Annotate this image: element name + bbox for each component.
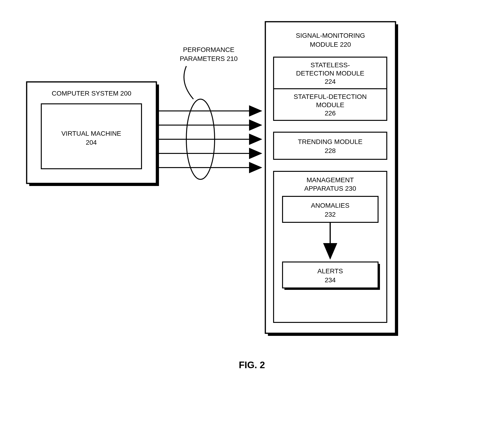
computer-system-title: COMPUTER SYSTEM 200 bbox=[52, 90, 131, 97]
anomalies-box: ANOMALIES 232 bbox=[282, 196, 378, 222]
svg-rect-21 bbox=[274, 132, 387, 159]
management-title-line1: MANAGEMENT bbox=[306, 176, 354, 184]
svg-text:232: 232 bbox=[325, 211, 336, 218]
svg-text:228: 228 bbox=[325, 147, 336, 154]
computer-system-box: COMPUTER SYSTEM 200 VIRTUAL MACHINE 204 bbox=[27, 82, 159, 186]
monitor-title-line1: SIGNAL-MONITORING bbox=[296, 32, 365, 39]
svg-text:234: 234 bbox=[325, 276, 336, 284]
svg-text:PERFORMANCE: PERFORMANCE bbox=[183, 46, 234, 53]
svg-text:PARAMETERS 210: PARAMETERS 210 bbox=[180, 55, 238, 62]
svg-text:DETECTION MODULE: DETECTION MODULE bbox=[296, 70, 364, 77]
svg-text:ANOMALIES: ANOMALIES bbox=[311, 202, 349, 209]
virtual-machine-line2: 204 bbox=[86, 139, 97, 146]
svg-text:STATEFUL-DETECTION: STATEFUL-DETECTION bbox=[294, 93, 367, 100]
management-apparatus-box: MANAGEMENT APPARATUS 230 ANOMALIES 232 A… bbox=[274, 171, 387, 322]
virtual-machine-line1: VIRTUAL MACHINE bbox=[61, 130, 121, 137]
performance-parameters-label: PERFORMANCE PARAMETERS 210 bbox=[180, 46, 238, 99]
management-title-line2: APPARATUS 230 bbox=[304, 185, 356, 192]
svg-rect-25 bbox=[282, 196, 378, 222]
svg-text:TRENDING MODULE: TRENDING MODULE bbox=[298, 138, 362, 145]
alerts-box: ALERTS 234 bbox=[282, 262, 380, 290]
svg-text:STATELESS-: STATELESS- bbox=[310, 61, 350, 69]
svg-text:226: 226 bbox=[325, 110, 336, 117]
stateless-detection-module-box: STATELESS- DETECTION MODULE 224 bbox=[274, 57, 387, 89]
arrow-group bbox=[158, 111, 261, 168]
signal-monitoring-module-box: SIGNAL-MONITORING MODULE 220 STATELESS- … bbox=[265, 22, 398, 336]
stateful-detection-module-box: STATEFUL-DETECTION MODULE 226 bbox=[274, 89, 387, 120]
trending-module-box: TRENDING MODULE 228 bbox=[274, 132, 387, 159]
svg-text:224: 224 bbox=[325, 78, 336, 85]
figure-label: FIG. 2 bbox=[239, 360, 265, 370]
svg-rect-29 bbox=[282, 262, 378, 288]
svg-text:MODULE: MODULE bbox=[316, 101, 344, 109]
monitor-title-line2: MODULE 220 bbox=[310, 41, 351, 48]
svg-text:ALERTS: ALERTS bbox=[318, 267, 343, 275]
virtual-machine-box: VIRTUAL MACHINE 204 bbox=[41, 104, 142, 169]
